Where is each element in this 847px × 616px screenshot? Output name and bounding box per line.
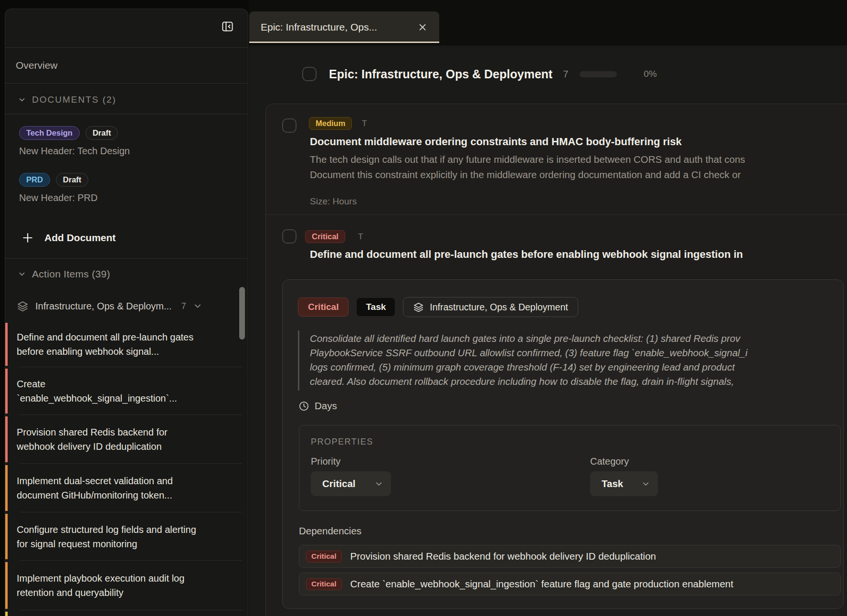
category-badge-label: Infrastructure, Ops & Deployment — [430, 302, 568, 313]
task-type-letter: T — [362, 119, 367, 128]
dependency-row[interactable]: Critical Provision shared Redis backend … — [299, 545, 841, 568]
tab-close-button[interactable] — [415, 20, 430, 34]
clock-icon — [298, 401, 309, 412]
priority-strip — [5, 416, 8, 462]
epic-header-row: Epic: Infrastructure, Ops & Deployment 7… — [302, 61, 657, 87]
priority-field-label: Priority — [311, 456, 340, 467]
category-dropdown[interactable]: Task — [590, 471, 658, 496]
priority-dropdown[interactable]: Critical — [311, 471, 391, 496]
document-item[interactable]: New Header: Tech Design — [19, 146, 130, 157]
action-item[interactable]: Provision shared Redis backend for webho… — [5, 415, 248, 464]
sidebar-scrollbar[interactable] — [239, 287, 245, 340]
sidebar-collapse-button[interactable] — [219, 18, 235, 35]
documents-header-label: DOCUMENTS (2) — [32, 95, 116, 105]
action-item[interactable]: Define and document all pre-launch gates… — [5, 321, 248, 367]
document-item[interactable]: New Header: PRD — [19, 192, 98, 203]
priority-dropdown-value: Critical — [322, 478, 356, 489]
action-items-section-header[interactable]: Action Items (39) — [18, 264, 110, 285]
action-item[interactable]: Implement dual-secret validation and doc… — [5, 464, 248, 512]
action-item-title: Provision shared Redis backend for webho… — [17, 425, 204, 454]
dependency-title: Create `enable_webhook_signal_ingestion`… — [350, 578, 733, 590]
task-title[interactable]: Define and document all pre-launch gates… — [310, 248, 847, 261]
detail-badges-row: Critical Task Infrastructure, Ops & Depl… — [298, 297, 578, 317]
chevron-down-icon — [18, 270, 26, 278]
quote-line: logs confirmed, (5) minimum graph covera… — [310, 360, 843, 374]
quote-line: cleared. Also document rollback procedur… — [310, 374, 843, 389]
priority-badge-critical: Critical — [305, 230, 345, 243]
blockquote-bar — [298, 330, 299, 391]
action-item-title: Implement playbook execution audit log r… — [17, 571, 204, 600]
priority-strip — [5, 369, 8, 414]
properties-box: PROPERTIES Priority Critical Category Ta… — [299, 425, 841, 511]
document-item-badges: Tech Design Draft — [19, 126, 118, 140]
doc-status-badge: Draft — [56, 173, 89, 187]
dependency-priority-badge: Critical — [306, 551, 342, 563]
dependencies-label: Dependencies — [299, 525, 361, 537]
action-items-header-label: Action Items (39) — [32, 268, 110, 280]
doc-status-badge: Draft — [85, 126, 118, 140]
epic-checkbox[interactable] — [302, 67, 317, 81]
divider — [5, 114, 248, 114]
task-type-letter: T — [358, 232, 363, 242]
task-description-line: Document this constraint explicitly in t… — [310, 167, 847, 182]
task-size-label: Size: Hours — [310, 196, 357, 207]
epic-group-count: 7 — [181, 301, 186, 311]
divider — [5, 83, 248, 84]
chevron-down-icon — [374, 479, 383, 489]
action-item-title: Configure structured log fields and aler… — [17, 522, 204, 551]
quote-line: Consolidate all identified hard launch g… — [310, 331, 843, 346]
app-window: Overview DOCUMENTS (2) Tech Design Draft… — [0, 0, 847, 616]
layers-icon — [413, 302, 424, 313]
category-field-label: Category — [590, 456, 629, 467]
chevron-down-icon — [18, 96, 26, 104]
task-checkbox[interactable] — [282, 229, 296, 244]
epic-group-label: Infrastructure, Ops & Deploym... — [35, 301, 172, 312]
priority-badge-critical[interactable]: Critical — [298, 297, 349, 317]
task-detail-panel: Critical Task Infrastructure, Ops & Depl… — [282, 279, 844, 609]
divider — [20, 610, 242, 610]
task-description-line: The tech design calls out that if any fu… — [310, 152, 847, 167]
epic-task-count: 7 — [563, 69, 568, 80]
tab-title: Epic: Infrastructure, Ops... — [261, 21, 415, 33]
category-badge[interactable]: Infrastructure, Ops & Deployment — [403, 297, 578, 317]
action-item[interactable]: Implement playbook execution audit log r… — [5, 561, 248, 610]
sidebar: Overview DOCUMENTS (2) Tech Design Draft… — [5, 9, 248, 616]
divider — [5, 47, 248, 48]
priority-strip — [5, 612, 8, 616]
documents-section-header[interactable]: DOCUMENTS (2) — [18, 90, 116, 109]
doc-type-badge: PRD — [19, 173, 50, 187]
properties-header: PROPERTIES — [311, 437, 373, 447]
epic-progress-percent: 0% — [644, 69, 656, 79]
quote-line: PlaybookService SSRF outbound URL allowl… — [310, 346, 843, 360]
dependency-title: Provision shared Redis backend for webho… — [350, 551, 656, 562]
dependency-priority-badge: Critical — [306, 578, 342, 590]
epic-group-row[interactable]: Infrastructure, Ops & Deploym... 7 — [17, 296, 208, 317]
action-item[interactable]: Configure structured log fields and aler… — [5, 512, 248, 561]
priority-strip — [5, 562, 8, 609]
task-title[interactable]: Document middleware ordering constraints… — [310, 136, 682, 148]
chevron-down-icon — [641, 479, 650, 489]
action-item-title: Implement dual-secret validation and doc… — [17, 474, 204, 502]
category-dropdown-value: Task — [602, 478, 623, 489]
add-document-button[interactable]: Add Document — [21, 226, 116, 249]
dependency-row[interactable]: Critical Create `enable_webhook_signal_i… — [299, 573, 841, 595]
task-detail-quote: Consolidate all identified hard launch g… — [310, 331, 843, 389]
effort-row: Days — [298, 400, 337, 412]
priority-badge-medium: Medium — [309, 117, 352, 130]
tab-epic[interactable]: Epic: Infrastructure, Ops... — [249, 11, 439, 43]
divider — [266, 214, 847, 215]
action-item-title: Create `enable_webhook_signal_ingestion`… — [17, 377, 204, 405]
priority-strip — [5, 514, 8, 559]
chevron-down-icon — [193, 301, 202, 311]
priority-strip — [5, 323, 8, 366]
effort-label: Days — [315, 400, 337, 412]
priority-strip — [5, 465, 8, 511]
panel-collapse-icon — [221, 20, 234, 33]
sidebar-item-overview[interactable]: Overview — [16, 53, 58, 78]
plus-icon — [21, 232, 34, 244]
task-checkbox[interactable] — [282, 118, 296, 133]
add-document-label: Add Document — [44, 232, 116, 244]
action-item[interactable]: Create `enable_webhook_signal_ingestion`… — [5, 367, 248, 415]
epic-title: Epic: Infrastructure, Ops & Deployment — [329, 67, 552, 81]
type-badge-task[interactable]: Task — [356, 297, 395, 317]
